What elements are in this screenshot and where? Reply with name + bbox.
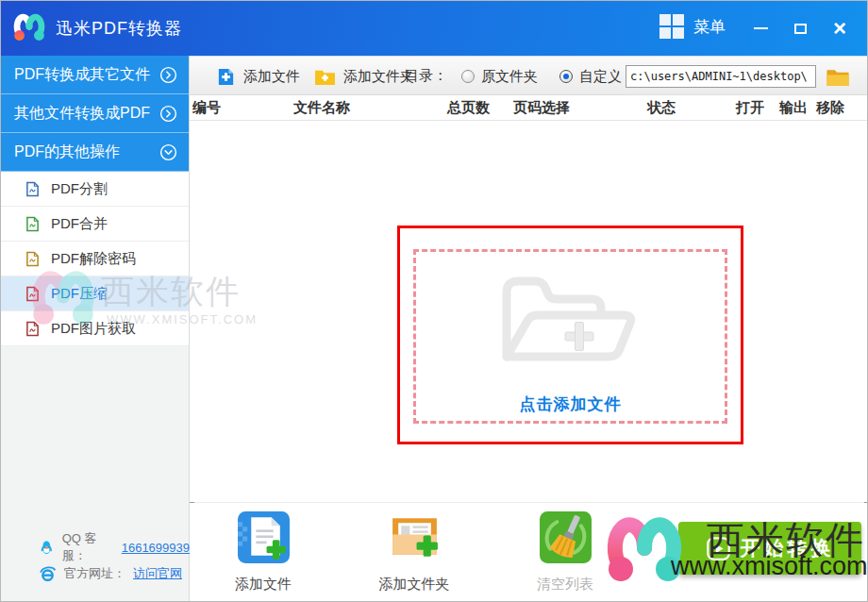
menu-button[interactable]: 菜单 xyxy=(659,14,726,39)
sidebar-item-label: PDF压缩 xyxy=(51,285,108,303)
add-file-label: 添加文件 xyxy=(243,68,300,86)
radio-icon xyxy=(461,70,475,83)
pdf-file-icon xyxy=(25,216,40,232)
chevron-right-circle-icon xyxy=(159,66,177,84)
column-header-page-select: 页码选择 xyxy=(513,99,570,117)
official-site-row: 官方网址： 访问官网 xyxy=(1,560,190,587)
sidebar-item-pdf-remove-password[interactable]: PDF解除密码 xyxy=(1,242,189,276)
menu-grid-icon xyxy=(659,14,684,39)
start-convert-label: 开始转换 xyxy=(741,535,835,561)
start-convert-button[interactable]: 开始转换 xyxy=(678,522,861,575)
add-file-icon xyxy=(216,67,236,87)
output-dir-label: 目录： xyxy=(405,67,447,85)
radio-custom-label: 自定义 xyxy=(579,68,622,86)
dropzone-label: 点击添加文件 xyxy=(400,393,741,415)
pdf-file-icon xyxy=(25,181,40,197)
titlebar: 迅米PDF转换器 菜单 × xyxy=(1,1,868,56)
add-file-button[interactable]: 添加文件 xyxy=(216,57,300,96)
add-folder-button[interactable]: 添加文件夹 xyxy=(314,57,414,96)
add-folder-label: 添加文件夹 xyxy=(343,68,414,86)
qq-label: QQ 客服： xyxy=(62,530,114,564)
chevron-down-circle-icon xyxy=(159,143,177,161)
menu-label: 菜单 xyxy=(693,16,726,38)
maximize-icon xyxy=(794,24,807,34)
minimize-icon xyxy=(754,27,768,29)
column-header-number: 编号 xyxy=(192,99,221,117)
pdf-file-icon xyxy=(25,321,40,337)
close-button[interactable]: × xyxy=(820,8,860,48)
category-label: PDF的其他操作 xyxy=(14,142,159,162)
clear-list-broom-icon xyxy=(539,510,593,564)
bottom-add-folder-label: 添加文件夹 xyxy=(358,576,471,594)
close-icon: × xyxy=(833,17,846,40)
sidebar: PDF转换成其它文件 其他文件转换成PDF PDF的其他操作 xyxy=(1,56,190,602)
clear-list-button[interactable]: 清空列表 xyxy=(509,510,622,594)
ie-browser-icon xyxy=(39,565,57,583)
column-header-open: 打开 xyxy=(736,99,764,117)
app-title: 迅米PDF转换器 xyxy=(56,17,182,40)
sidebar-category-pdf-to-other[interactable]: PDF转换成其它文件 xyxy=(1,56,189,94)
column-header-output: 输出 xyxy=(779,99,808,117)
toolbar: 添加文件 添加文件夹 目录： 原文件夹 自定义 xyxy=(190,56,868,95)
column-header-status: 状态 xyxy=(647,99,676,117)
minimize-button[interactable] xyxy=(741,8,780,48)
radio-original-label: 原文件夹 xyxy=(481,68,538,86)
column-header-pages: 总页数 xyxy=(447,99,490,117)
bottom-add-file-label: 添加文件 xyxy=(207,576,320,594)
radio-selected-icon xyxy=(559,70,573,83)
open-folder-icon xyxy=(486,266,656,379)
app-logo-icon xyxy=(10,9,48,47)
column-header-filename: 文件名称 xyxy=(293,99,350,117)
dropzone-add-files[interactable]: 点击添加文件 xyxy=(397,226,743,444)
qq-support-row: QQ 客服： 1661699939 xyxy=(1,534,190,560)
sidebar-item-label: PDF合并 xyxy=(51,215,108,233)
sidebar-category-other-to-pdf[interactable]: 其他文件转换成PDF xyxy=(1,94,189,133)
add-folder-icon xyxy=(314,68,336,86)
category-label: 其他文件转换成PDF xyxy=(14,104,159,124)
sidebar-item-pdf-merge[interactable]: PDF合并 xyxy=(1,207,189,242)
browse-folder-button[interactable] xyxy=(824,64,852,89)
folder-icon xyxy=(826,67,850,87)
app-window: 迅米PDF转换器 菜单 × PDF转换成其它文件 其他文件转换成PDF xyxy=(0,0,868,602)
visit-site-link[interactable]: 访问官网 xyxy=(133,565,182,582)
maximize-button[interactable] xyxy=(780,8,820,48)
category-label: PDF转换成其它文件 xyxy=(14,65,159,85)
play-icon xyxy=(706,536,731,561)
column-header-remove: 移除 xyxy=(816,99,844,117)
bottom-add-file-button[interactable]: 添加文件 xyxy=(207,510,320,594)
file-table-header: 编号 文件名称 总页数 页码选择 状态 打开 输出 移除 xyxy=(190,95,868,121)
qq-penguin-icon xyxy=(39,539,55,557)
chevron-right-circle-icon xyxy=(159,105,177,123)
sidebar-item-label: PDF分割 xyxy=(51,180,108,198)
pdf-file-icon xyxy=(25,251,40,267)
radio-original-folder[interactable]: 原文件夹 xyxy=(461,57,538,96)
footer-contact: QQ 客服： 1661699939 官方网址： 访问官网 xyxy=(1,534,190,587)
window-controls: × xyxy=(741,1,860,56)
add-folder-big-icon xyxy=(388,510,442,564)
add-file-big-icon xyxy=(237,510,291,564)
site-label: 官方网址： xyxy=(64,565,125,582)
qq-number-link[interactable]: 1661699939 xyxy=(122,541,190,555)
sidebar-item-pdf-compress[interactable]: PDF压缩 xyxy=(1,276,189,311)
sidebar-item-label: PDF解除密码 xyxy=(51,250,136,268)
sidebar-item-pdf-split[interactable]: PDF分割 xyxy=(1,172,189,207)
pdf-file-icon xyxy=(25,286,40,302)
radio-custom-folder[interactable]: 自定义 xyxy=(559,57,622,96)
bottom-add-folder-button[interactable]: 添加文件夹 xyxy=(358,510,471,594)
sidebar-item-label: PDF图片获取 xyxy=(51,320,136,338)
sidebar-item-pdf-extract-images[interactable]: PDF图片获取 xyxy=(1,311,189,346)
output-path-input[interactable] xyxy=(626,65,816,88)
clear-list-label: 清空列表 xyxy=(509,576,622,594)
sidebar-category-pdf-other-ops[interactable]: PDF的其他操作 xyxy=(1,133,189,172)
divider xyxy=(190,502,868,503)
